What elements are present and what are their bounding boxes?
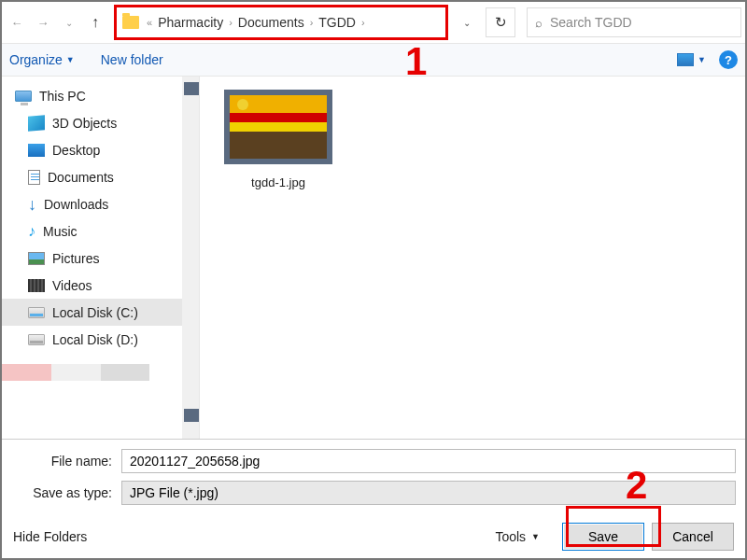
new-folder-button[interactable]: New folder (101, 52, 163, 67)
nav-forward-button[interactable]: → (32, 11, 54, 34)
folder-icon (122, 16, 139, 29)
hide-folders-button[interactable]: Hide Folders (13, 529, 87, 544)
crumb-documents[interactable]: Documents (234, 15, 308, 30)
tree-label: 3D Objects (52, 116, 117, 131)
sidebar-scrollbar[interactable]: ˆ ˇ (182, 77, 199, 439)
tree-node-desktop[interactable]: Desktop (2, 136, 199, 163)
search-input[interactable]: ⌕ Search TGDD (527, 7, 741, 37)
cancel-button[interactable]: Cancel (652, 523, 734, 551)
pc-icon (15, 91, 32, 102)
disk-icon (28, 307, 45, 318)
filename-label: File name: (11, 454, 121, 469)
tree-label: Music (43, 224, 78, 239)
help-icon[interactable]: ? (719, 50, 738, 69)
tree-node-music[interactable]: ♪Music (2, 217, 199, 245)
refresh-button[interactable]: ↻ (486, 7, 515, 37)
file-thumbnail (224, 90, 332, 164)
tools-menu[interactable]: Tools ▼ (495, 529, 540, 544)
music-icon: ♪ (28, 225, 35, 238)
tree-label: This PC (39, 89, 86, 104)
organize-menu[interactable]: Organize ▼ (9, 52, 75, 67)
tree-node-pictures[interactable]: Pictures (2, 245, 199, 272)
crumb-tgdd[interactable]: TGDD (315, 15, 359, 30)
tree-node-local-disk-d-[interactable]: Local Disk (D:) (2, 326, 199, 353)
navigation-pane: This PC3D ObjectsDesktopDocuments↓Downlo… (2, 77, 200, 439)
file-name-label: tgdd-1.jpg (222, 175, 334, 189)
crumb-pharmacity[interactable]: Pharmacity (154, 15, 227, 30)
nav-recent-dropdown[interactable]: ⌄ (58, 11, 80, 34)
chevron-right-icon[interactable]: › (227, 17, 234, 28)
redacted-item (2, 364, 199, 381)
file-list-pane[interactable]: tgdd-1.jpg (200, 77, 745, 439)
save-as-type-label: Save as type: (11, 485, 121, 500)
tree-label: Videos (52, 278, 92, 293)
3d-icon (28, 115, 45, 131)
file-item[interactable]: tgdd-1.jpg (222, 90, 334, 189)
doc-icon (28, 170, 40, 185)
search-icon: ⌕ (535, 16, 543, 30)
save-button[interactable]: Save (562, 523, 644, 551)
scroll-up-icon[interactable]: ˆ (184, 82, 200, 95)
tree-node-videos[interactable]: Videos (2, 272, 199, 299)
dl-icon: ↓ (28, 198, 36, 211)
nav-up-button[interactable]: ↑ (84, 11, 106, 34)
breadcrumb[interactable]: « Pharmacity › Documents › TGDD › (114, 5, 448, 40)
search-placeholder: Search TGDD (550, 15, 632, 30)
tree-label: Local Disk (C:) (52, 305, 138, 320)
overflow-icon: « (145, 17, 154, 28)
vid-icon (28, 279, 45, 292)
tree-node-local-disk-c-[interactable]: Local Disk (C:) (2, 299, 199, 326)
pic-icon (28, 252, 45, 265)
chevron-right-icon[interactable]: › (359, 17, 367, 28)
tree-label: Desktop (52, 143, 100, 158)
tree-node-downloads[interactable]: ↓Downloads (2, 190, 199, 217)
tree-node-3d-objects[interactable]: 3D Objects (2, 109, 199, 136)
tree-label: Documents (48, 170, 114, 185)
chevron-right-icon[interactable]: › (308, 17, 316, 28)
desk-icon (28, 144, 45, 157)
annotation-2: 2 (626, 463, 647, 508)
breadcrumb-history-dropdown[interactable]: ⌄ (456, 18, 478, 28)
annotation-1: 1 (405, 39, 427, 84)
scroll-down-icon[interactable]: ˇ (184, 409, 200, 422)
tree-label: Downloads (44, 197, 108, 212)
chevron-down-icon: ▼ (531, 532, 540, 541)
nav-back-button[interactable]: ← (6, 11, 28, 34)
tree-label: Local Disk (D:) (52, 332, 138, 347)
diskd-icon (28, 334, 45, 345)
tree-label: Pictures (52, 251, 100, 266)
view-dropdown[interactable]: ▼ (698, 55, 706, 64)
tree-node-this-pc[interactable]: This PC (2, 82, 199, 109)
tree-node-documents[interactable]: Documents (2, 163, 199, 190)
view-mode-icon[interactable] (677, 53, 694, 66)
chevron-down-icon: ▼ (66, 55, 75, 64)
